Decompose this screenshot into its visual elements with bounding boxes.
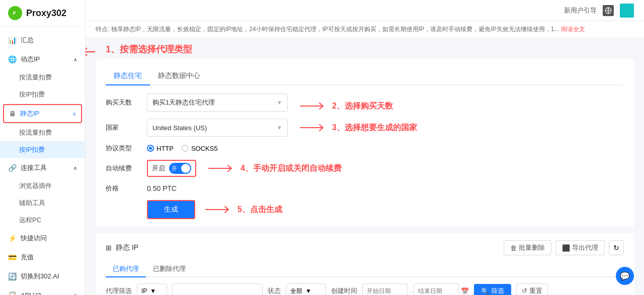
filter-row: 代理筛选 IP ▼ 状态 全部 ▼ 创建时间 - xyxy=(106,283,624,295)
step2-annotation: 2、选择购买天数 xyxy=(332,101,393,112)
calendar-icon[interactable]: 📅 xyxy=(461,287,469,295)
country-label: 国家 xyxy=(106,123,141,132)
price-row: 价格 0.50 PTC xyxy=(106,184,624,193)
content-area: 特点: 独享静态IP，无限流量，长效稳定，固定的IP地址，24小时保持住宅稳定代… xyxy=(86,21,644,295)
socks5-radio-dot xyxy=(182,145,189,152)
created-time-label: 创建时间 xyxy=(331,286,357,295)
content-inner: 1、按需选择代理类型 静态住宅 静态数据中心 购买天数 xyxy=(86,43,644,295)
http-radio-dot xyxy=(147,145,154,152)
filter-search-button[interactable]: 🔍 筛选 xyxy=(474,284,511,295)
export-icon: ⬛ xyxy=(562,244,570,252)
auto-renew-row: 自动续费 开启 开 xyxy=(106,160,196,177)
auto-renew-on-text: 开启 xyxy=(152,164,165,173)
auto-renew-toggle[interactable]: 开 xyxy=(169,163,191,174)
date-separator: - xyxy=(410,287,412,295)
static-ip-icon: 🖥 xyxy=(9,110,16,118)
sidebar-subitem-browser-plugin[interactable]: 浏览器插件 xyxy=(0,177,85,194)
logo-icon: P xyxy=(8,6,22,20)
status-label: 状态 xyxy=(268,286,281,295)
sidebar-subitem-remote-pc[interactable]: 远程PC xyxy=(0,212,85,229)
section-header: ⊞ 静态 IP 🗑 批量删除 ⬛ 导出代理 ↻ xyxy=(106,240,624,255)
sidebar-item-static-ip[interactable]: 🖥 静态IP ∧ xyxy=(3,104,82,123)
sidebar-item-api-label: API V2 xyxy=(21,291,41,296)
socks5-label: SOCKS5 xyxy=(191,145,218,152)
logo: P Proxy302 xyxy=(0,0,85,27)
sidebar-item-switch-label: 切换到302.AI xyxy=(21,272,59,281)
sidebar: P Proxy302 📊 汇总 🌐 动态IP ∧ 按流量扣费 按IP扣费 🖥 静… xyxy=(0,0,86,295)
protocol-http[interactable]: HTTP xyxy=(147,145,174,152)
sidebar-item-api-v2[interactable]: 📋 API V2 ∨ xyxy=(0,286,85,295)
sidebar-item-quick-access-label: 快捷访问 xyxy=(21,234,47,243)
protocol-socks5[interactable]: SOCKS5 xyxy=(182,145,218,152)
country-select[interactable]: United States (US) ▼ xyxy=(147,119,288,137)
static-ip-title: 静态 IP xyxy=(116,243,138,252)
proxy-type-tabs: 静态住宅 静态数据中心 xyxy=(106,67,624,85)
sidebar-item-summary[interactable]: 📊 汇总 xyxy=(0,31,85,50)
tab-deleted-proxy[interactable]: 已删除代理 xyxy=(146,261,193,277)
connect-tools-chevron: ∧ xyxy=(73,165,77,171)
notice-bar: 特点: 独享静态IP，无限流量，长效稳定，固定的IP地址，24小时保持住宅稳定代… xyxy=(86,21,644,38)
user-avatar[interactable] xyxy=(620,4,634,18)
days-chevron-icon: ▼ xyxy=(277,100,282,106)
proxy-filter-label: 代理筛选 xyxy=(106,286,132,295)
header: 新用户引导 xyxy=(86,0,644,21)
filter-reset-button[interactable]: ↺ 重置 xyxy=(516,283,548,295)
auto-renew-label: 自动续费 xyxy=(106,164,141,173)
step3-annotation: 3、选择想要生成的国家 xyxy=(332,123,417,133)
notice-link[interactable]: 阅读全文 xyxy=(561,26,585,33)
sidebar-item-connect-tools[interactable]: 🔗 连接工具 ∧ xyxy=(0,158,85,177)
tab-static-residential[interactable]: 静态住宅 xyxy=(106,67,150,85)
export-proxy-button[interactable]: ⬛ 导出代理 xyxy=(555,240,605,255)
days-row: 购买天数 购买1天静态住宅代理 ▼ xyxy=(106,93,288,112)
sidebar-subitem-ip-billing[interactable]: 按IP扣费 xyxy=(0,86,85,103)
dynamic-ip-chevron: ∧ xyxy=(73,57,77,62)
sidebar-item-switch-302[interactable]: 🔄 切换到302.AI xyxy=(0,267,85,286)
search-icon: 🔍 xyxy=(481,287,489,295)
section-actions: 🗑 批量删除 ⬛ 导出代理 ↻ xyxy=(504,240,624,255)
chat-bubble[interactable]: 💬 xyxy=(616,267,634,285)
sidebar-subitem-static-ip-billing[interactable]: 按IP扣费 xyxy=(0,141,85,158)
proxy-sub-tabs: 已购代理 已删除代理 xyxy=(106,261,624,277)
protocol-label: 协议类型 xyxy=(106,144,141,153)
proxy-search-input[interactable] xyxy=(172,283,263,295)
sidebar-item-dynamic-ip[interactable]: 🌐 动态IP ∧ xyxy=(0,50,85,69)
auto-renew-toggle-wrap: 开启 开 xyxy=(147,160,196,177)
sidebar-subitem-static-traffic[interactable]: 按流量扣费 xyxy=(0,124,85,141)
connect-tools-icon: 🔗 xyxy=(8,164,17,172)
language-icon[interactable] xyxy=(603,5,614,16)
sidebar-item-quick-access[interactable]: ⚡ 快捷访问 xyxy=(0,229,85,248)
new-user-guide-link[interactable]: 新用户引导 xyxy=(564,6,597,15)
form-panel: 静态住宅 静态数据中心 购买天数 购买1天静态住宅代理 ▼ xyxy=(96,59,634,227)
sidebar-item-recharge[interactable]: 💳 充值 xyxy=(0,248,85,267)
section-title: ⊞ 静态 IP xyxy=(106,243,138,252)
toggle-on-label: 开 xyxy=(172,165,177,172)
generate-button[interactable]: 生成 xyxy=(147,200,195,219)
proxy-type-filter[interactable]: IP ▼ xyxy=(137,283,167,295)
sidebar-item-connect-tools-label: 连接工具 xyxy=(21,163,47,172)
dynamic-ip-icon: 🌐 xyxy=(8,55,17,63)
country-chevron-icon: ▼ xyxy=(277,125,282,131)
sidebar-item-static-ip-label: 静态IP xyxy=(20,109,39,118)
end-date-input[interactable] xyxy=(414,283,459,295)
sidebar-subitem-helper[interactable]: 辅助工具 xyxy=(0,194,85,212)
notice-text: 特点: 独享静态IP，无限流量，长效稳定，固定的IP地址，24小时保持住宅稳定代… xyxy=(96,26,559,33)
api-chevron: ∨ xyxy=(73,292,77,296)
recharge-icon: 💳 xyxy=(8,253,17,261)
start-date-input[interactable] xyxy=(362,283,408,295)
quick-access-icon: ⚡ xyxy=(8,234,17,242)
bulk-delete-button[interactable]: 🗑 批量删除 xyxy=(504,240,551,255)
sidebar-item-dynamic-ip-label: 动态IP xyxy=(21,55,40,64)
sidebar-item-recharge-label: 充值 xyxy=(21,253,34,262)
refresh-button[interactable]: ↻ xyxy=(609,240,624,255)
tab-purchased-proxy[interactable]: 已购代理 xyxy=(106,261,146,277)
reset-icon: ↺ xyxy=(522,287,527,294)
status-filter[interactable]: 全部 ▼ xyxy=(286,283,326,295)
switch-icon: 🔄 xyxy=(8,272,17,280)
tab-static-datacenter[interactable]: 静态数据中心 xyxy=(150,67,208,85)
step5-annotation: 5、点击生成 xyxy=(237,205,282,215)
sidebar-subitem-traffic-billing[interactable]: 按流量扣费 xyxy=(0,69,85,86)
days-select[interactable]: 购买1天静态住宅代理 ▼ xyxy=(147,93,288,112)
protocol-radio-group: HTTP SOCKS5 xyxy=(147,145,218,152)
toggle-knob xyxy=(181,164,190,173)
days-value: 购买1天静态住宅代理 xyxy=(152,98,215,107)
